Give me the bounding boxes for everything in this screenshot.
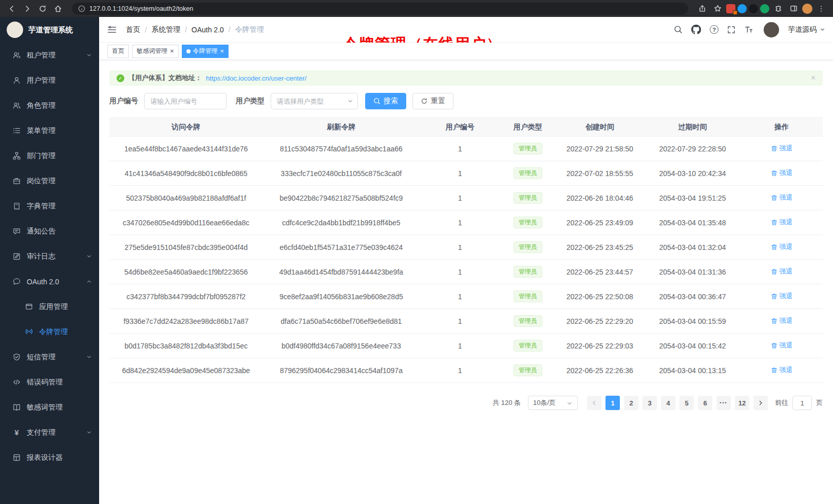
- doc-link[interactable]: https://doc.iocoder.cn/user-center/: [206, 74, 307, 82]
- sidebar-item-tenant[interactable]: 租户管理: [0, 43, 99, 68]
- close-icon[interactable]: ×: [170, 48, 174, 54]
- page-size-select[interactable]: 10条/页: [528, 396, 578, 410]
- doc-alert: ✓ 【用户体系】文档地址： https://doc.iocoder.cn/use…: [109, 70, 823, 86]
- breadcrumb-system[interactable]: 系统管理: [152, 25, 180, 34]
- force-logout-button[interactable]: 强退: [771, 267, 793, 276]
- sidebar-item-dept[interactable]: 部门管理: [0, 143, 99, 168]
- address-bar[interactable]: 127.0.0.1:1024/system/oauth2/token: [72, 3, 688, 15]
- side-panel-icon[interactable]: [787, 3, 800, 15]
- user-avatar[interactable]: [764, 22, 779, 37]
- user-type-select-input[interactable]: [271, 93, 358, 109]
- sidebar-item-role[interactable]: 角色管理: [0, 93, 99, 118]
- close-icon[interactable]: ×: [220, 48, 224, 54]
- prev-page-button[interactable]: [587, 396, 601, 410]
- sidebar-item-oauth[interactable]: OAuth 2.0: [0, 269, 99, 294]
- extension-blue-icon[interactable]: [737, 4, 747, 13]
- sidebar-item-menu[interactable]: 菜单管理: [0, 118, 99, 143]
- reset-button[interactable]: 重置: [412, 93, 453, 109]
- sidebar-item-sms[interactable]: 短信管理: [0, 344, 99, 370]
- table-header-row: 访问令牌 刷新令牌 用户编号 用户类型 创建时间 过期时间 操作: [109, 118, 823, 137]
- sidebar-item-oauth-token[interactable]: 令牌管理: [0, 319, 99, 344]
- force-logout-button[interactable]: 强退: [771, 193, 793, 202]
- sidebar-item-user[interactable]: 用户管理: [0, 68, 99, 93]
- sidebar-item-payment[interactable]: ¥ 支付管理: [0, 420, 99, 445]
- cell-expire-time: 2054-03-04 00:15:42: [645, 334, 741, 358]
- user-type-badge: 管理员: [514, 192, 542, 204]
- breadcrumb-separator: /: [229, 26, 231, 34]
- page-button-5[interactable]: 5: [679, 396, 694, 410]
- github-icon[interactable]: [691, 25, 701, 34]
- extension-dark-icon[interactable]: [749, 4, 758, 13]
- sidebar-item-dict[interactable]: 字典管理: [0, 193, 99, 219]
- force-logout-button[interactable]: 强退: [771, 218, 793, 227]
- tab-home[interactable]: 首页: [107, 45, 129, 58]
- table-row: b0d1785bc3a8482f812db4a3f3bd15ec b0df498…: [109, 334, 823, 358]
- page-button-3[interactable]: 3: [642, 396, 657, 410]
- help-icon[interactable]: ?: [710, 25, 718, 34]
- sidebar-item-audit-log[interactable]: 审计日志: [0, 244, 99, 269]
- puzzle-extensions-icon[interactable]: [771, 3, 785, 15]
- force-logout-button[interactable]: 强退: [771, 242, 793, 251]
- sidebar-item-notice[interactable]: 通知公告: [0, 219, 99, 244]
- page-button-1[interactable]: 1: [605, 396, 620, 410]
- collapse-sidebar-icon[interactable]: [107, 25, 117, 34]
- reload-icon[interactable]: [36, 3, 49, 15]
- force-logout-button[interactable]: 强退: [771, 341, 793, 350]
- force-logout-label: 强退: [780, 267, 793, 276]
- tags-view-bar: 首页 敏感词管理 × 令牌管理 ×: [99, 43, 833, 60]
- page-button-2[interactable]: 2: [624, 396, 638, 410]
- cell-access-token: b0d1785bc3a8482f812db4a3f3bd15ec: [109, 334, 263, 358]
- goto-page-input[interactable]: [792, 396, 812, 410]
- more-pages-button[interactable]: •••: [716, 396, 731, 410]
- next-page-button[interactable]: [753, 396, 768, 410]
- force-logout-button[interactable]: 强退: [771, 168, 793, 178]
- user-menu[interactable]: 芋道源码: [788, 25, 825, 34]
- cell-refresh-token: e6cfd40eb1f54571a31e775e039c4624: [263, 235, 420, 260]
- tab-token[interactable]: 令牌管理 ×: [182, 45, 229, 58]
- breadcrumb-oauth[interactable]: OAuth 2.0: [192, 26, 224, 34]
- extension-red-icon[interactable]: [726, 4, 735, 13]
- forward-icon[interactable]: [21, 3, 34, 15]
- cell-access-token: 6d842e2924594de9a09e45e087323abe: [109, 358, 263, 383]
- code-icon: [12, 378, 21, 386]
- font-size-icon[interactable]: [744, 25, 753, 34]
- force-logout-button[interactable]: 强退: [771, 292, 793, 301]
- force-logout-button[interactable]: 强退: [771, 144, 793, 153]
- sidebar-item-oauth-app[interactable]: 应用管理: [0, 294, 99, 319]
- fullscreen-icon[interactable]: [727, 26, 735, 34]
- cell-create-time: 2022-07-02 18:55:55: [555, 161, 645, 186]
- sidebar-item-report-designer[interactable]: 报表设计器: [0, 445, 99, 470]
- extension-green-icon[interactable]: [760, 4, 769, 13]
- table-row: 275e5de9151045fe87cbdc395e004f4d e6cfd40…: [109, 235, 823, 260]
- alert-close-icon[interactable]: ×: [811, 74, 816, 82]
- site-info-icon[interactable]: [78, 5, 85, 12]
- chevron-left-icon: [591, 400, 597, 406]
- share-icon[interactable]: [695, 3, 709, 15]
- user-id-input[interactable]: [144, 93, 226, 109]
- cell-action: 强退: [741, 284, 823, 309]
- sidebar-item-post[interactable]: 岗位管理: [0, 168, 99, 193]
- table-row: c347026e805e4d99b0d116eae66eda8c cdfc4ce…: [109, 210, 823, 235]
- sidebar-item-label: 通知公告: [27, 227, 55, 236]
- user-type-select[interactable]: [271, 93, 358, 109]
- app-logo[interactable]: 芋道管理系统: [0, 17, 99, 43]
- page-button-6[interactable]: 6: [698, 396, 712, 410]
- browser-profile-avatar[interactable]: [802, 4, 812, 14]
- bookmark-star-icon[interactable]: [711, 3, 724, 15]
- user-type-badge: 管理员: [514, 241, 542, 253]
- sidebar-item-error-code[interactable]: 错误码管理: [0, 370, 99, 395]
- cell-create-time: 2022-06-26 18:04:46: [555, 186, 645, 210]
- page-button-12[interactable]: 12: [735, 396, 749, 410]
- browser-menu-icon[interactable]: [815, 3, 828, 15]
- search-button[interactable]: 搜索: [365, 93, 406, 109]
- home-icon[interactable]: [51, 3, 65, 15]
- force-logout-button[interactable]: 强退: [771, 365, 793, 375]
- search-icon[interactable]: [674, 25, 683, 34]
- sidebar-item-sensitive-word[interactable]: 敏感词管理: [0, 395, 99, 420]
- breadcrumb-home[interactable]: 首页: [126, 25, 140, 34]
- back-icon[interactable]: [5, 3, 18, 15]
- cell-user-type: 管理员: [500, 358, 555, 383]
- tab-sensitive-word[interactable]: 敏感词管理 ×: [132, 45, 179, 58]
- force-logout-button[interactable]: 强退: [771, 316, 793, 325]
- page-button-4[interactable]: 4: [661, 396, 675, 410]
